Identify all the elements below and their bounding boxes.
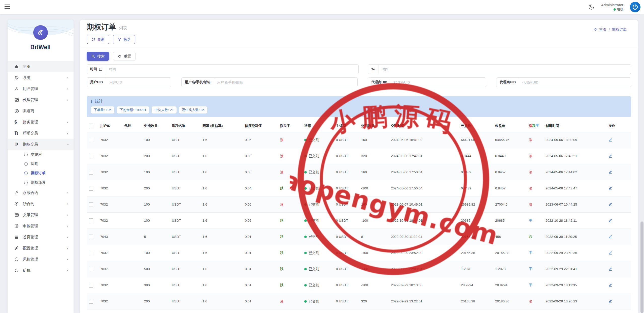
filter-input[interactable] <box>106 78 171 87</box>
sidebar-item[interactable]: 配置管理‹ <box>8 243 74 254</box>
order-row: 7032 100 USDT 1.6 0.05 涨 已交割 0 USDT 160 … <box>87 196 631 213</box>
row-checkbox[interactable] <box>89 283 93 288</box>
result-cell: 涨 <box>527 164 544 180</box>
sidebar-item[interactable]: 申购管理‹ <box>8 220 74 232</box>
order-row: 7032 100 USDT 1.6 0.05 涨 已交割 0 USDT 160 … <box>87 132 631 148</box>
edit-button[interactable] <box>608 250 613 255</box>
row-checkbox[interactable] <box>89 186 93 191</box>
hamburger-menu-icon[interactable] <box>5 5 10 9</box>
radio-circle-icon <box>24 162 28 166</box>
col-range: 幅度绝对值 <box>243 122 278 132</box>
edit-button[interactable] <box>608 234 613 239</box>
select-all-checkbox[interactable] <box>89 124 93 128</box>
sidebar-item[interactable]: 系统‹ <box>8 72 74 83</box>
coin-cell: USDT <box>170 196 200 213</box>
col-odds: 赔率 (收益率) <box>200 122 243 132</box>
row-checkbox[interactable] <box>89 154 93 158</box>
fee-cell: 0 USDT <box>334 293 359 309</box>
calendar-icon <box>99 67 103 71</box>
fee-cell: 0 USDT <box>334 229 359 245</box>
sidebar-subitem[interactable]: 交易对 <box>8 150 74 159</box>
row-checkbox[interactable] <box>89 299 93 304</box>
circle-icon <box>14 268 23 273</box>
settle-amount-cell: 480 <box>359 309 389 313</box>
sidebar-item[interactable]: 用户管理‹ <box>8 83 74 94</box>
sidebar-item[interactable]: 文章管理‹ <box>8 209 74 220</box>
fee-cell: 0 USDT <box>334 309 359 313</box>
row-checkbox[interactable] <box>89 138 93 142</box>
edit-button[interactable] <box>608 267 613 271</box>
fee-cell: 0 USDT <box>334 180 359 196</box>
filter-input[interactable] <box>214 78 357 87</box>
scrollbar-track <box>640 14 644 313</box>
open-price-cell: 0.8439 <box>459 180 493 196</box>
edit-button[interactable] <box>608 218 613 222</box>
sidebar-subitem[interactable]: 期权场景 <box>8 178 74 187</box>
edit-button[interactable] <box>608 154 613 158</box>
breadcrumb-current: 期权订单 <box>612 27 627 32</box>
time-to-input[interactable] <box>379 65 631 74</box>
edit-button[interactable] <box>608 137 613 142</box>
col-coin: 币种名称 <box>170 122 200 132</box>
created-time-cell: 2022-09-30 11:20:25 <box>544 229 606 245</box>
row-checkbox[interactable] <box>89 251 93 255</box>
edit-button[interactable] <box>608 170 613 174</box>
sidebar-item[interactable]: $财务管理‹ <box>8 117 74 128</box>
settle-amount-cell: -100 <box>359 213 389 229</box>
sidebar-item[interactable]: 风控管理‹ <box>8 254 74 265</box>
sidebar-subitem[interactable]: 周期 <box>8 159 74 168</box>
time-from-input[interactable] <box>106 65 358 74</box>
row-checkbox[interactable] <box>89 267 93 271</box>
sidebar-item-label: 主页 <box>23 64 30 69</box>
sidebar-item-label: 财务管理 <box>23 120 38 125</box>
row-checkbox[interactable] <box>89 202 93 207</box>
sidebar-item[interactable]: 秒合约‹ <box>8 198 74 209</box>
coin-cell: USDT <box>170 245 200 261</box>
edit-button[interactable] <box>608 283 613 287</box>
sidebar-item[interactable]: 渠道商 <box>8 105 74 117</box>
sidebar-item[interactable]: 主页 <box>8 61 74 72</box>
order-row: 7037 100 USDT 1.6 0.01 跌 已交割 0 USDT -100… <box>87 245 631 261</box>
top-navbar: Administrator 在线 <box>0 0 644 14</box>
settled-dot-icon <box>304 139 307 141</box>
sidebar-item[interactable]: B币币交易‹ <box>8 128 74 139</box>
row-checkbox[interactable] <box>89 235 93 239</box>
breadcrumb-home-link[interactable]: 主页 <box>593 27 606 32</box>
col-created-sortable[interactable]: 创建时间↑ <box>544 122 606 132</box>
search-button[interactable]: 搜索 <box>87 52 109 61</box>
stat-badge: 下单量: 106 <box>91 106 114 113</box>
sidebar-item[interactable]: 永续合约‹ <box>8 187 74 198</box>
edit-button[interactable] <box>608 299 613 303</box>
open-price-cell: 28.9294 <box>459 277 493 293</box>
refresh-button[interactable]: 刷新 <box>87 35 109 44</box>
result-cell: 平 <box>527 213 544 229</box>
settle-amount-cell: 8 <box>359 229 389 245</box>
filter-input[interactable] <box>391 78 486 87</box>
sidebar-item[interactable]: B期权交易‹ <box>8 139 74 150</box>
status-cell: 已交割 <box>302 229 334 245</box>
row-checkbox[interactable] <box>89 170 93 175</box>
fee-cell: 0 USDT <box>334 245 359 261</box>
odds-cell: 1.6 <box>200 277 243 293</box>
row-checkbox[interactable] <box>89 218 93 223</box>
edit-button[interactable] <box>608 202 613 206</box>
odds-cell: 1.6 <box>200 245 243 261</box>
sidebar-item[interactable]: 首页管理‹ <box>8 232 74 243</box>
filter-input[interactable] <box>519 78 631 87</box>
sidebar-item[interactable]: 矿机‹ <box>8 265 74 276</box>
sidebar-menu: 主页系统‹用户管理‹代理管理‹渠道商$财务管理‹B币币交易‹B期权交易‹交易对周… <box>8 61 74 276</box>
orders-table-body: 7032 100 USDT 1.6 0.05 涨 已交割 0 USDT 160 … <box>87 132 631 313</box>
created-time-cell: 2023-06-07 10:44:25 <box>544 196 606 213</box>
time-from-label: 时间 <box>90 67 97 71</box>
dark-mode-moon-icon[interactable] <box>588 4 595 10</box>
sidebar-subitem[interactable]: 期权订单 <box>8 168 74 178</box>
result-cell: 涨 <box>527 309 544 313</box>
filter-button[interactable]: 筛选 <box>113 35 135 44</box>
order-row: 7032 300 USDT 1.6 0.01 跌 已交割 0 USDT -300… <box>87 277 631 293</box>
reset-button[interactable]: 重置 <box>113 52 135 61</box>
user-avatar[interactable] <box>630 2 640 12</box>
sidebar-item[interactable]: 代理管理‹ <box>8 94 74 105</box>
scrollbar-thumb[interactable] <box>640 221 643 313</box>
direction-cell: 跌 <box>278 213 302 229</box>
edit-button[interactable] <box>608 186 613 190</box>
